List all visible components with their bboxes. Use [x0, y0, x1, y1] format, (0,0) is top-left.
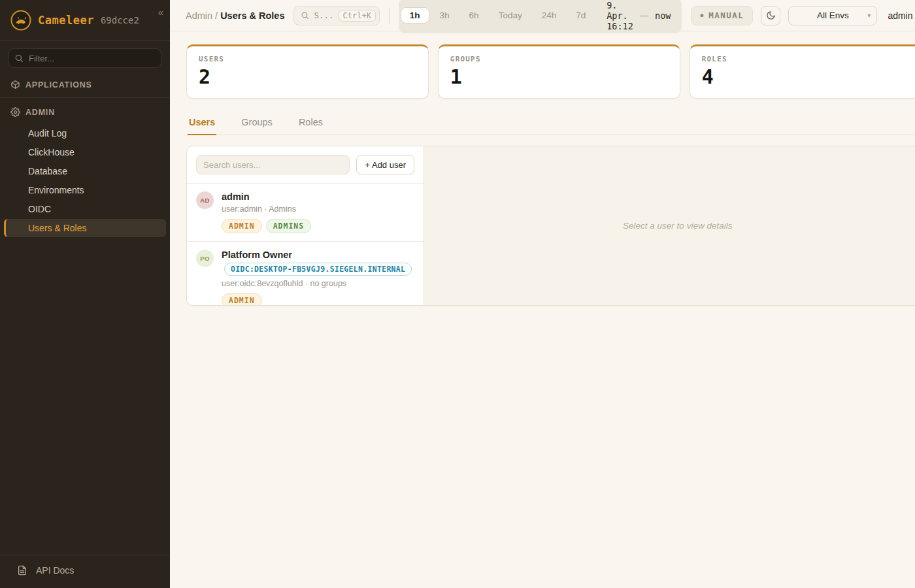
role-badge-admin: ADMIN — [222, 293, 262, 306]
user-detail-pane: Select a user to view details — [424, 146, 915, 305]
topbar-right-group: ● MANUAL All Envs ▾ admin AD — [691, 6, 915, 25]
group-badge-admins: ADMINS — [266, 219, 312, 233]
user-meta: user:oidc:8evzqofluhld · no groups — [222, 279, 412, 288]
avatar: AD — [196, 191, 214, 209]
stat-cards: USERS 2 GROUPS 1 ROLES 4 — [186, 44, 915, 99]
stat-value: 1 — [450, 66, 668, 88]
tab-users[interactable]: Users — [188, 113, 216, 135]
search-icon — [14, 54, 24, 63]
sidebar-item-audit-log[interactable]: Audit Log — [4, 124, 166, 142]
section-label: ADMIN — [25, 108, 55, 117]
environment-select-value: All Envs — [789, 10, 876, 20]
stat-card-roles: ROLES 4 — [690, 44, 915, 99]
stat-card-groups: GROUPS 1 — [438, 44, 680, 99]
stat-card-users: USERS 2 — [186, 44, 429, 99]
sidebar-collapse-icon[interactable]: « — [158, 7, 163, 18]
avatar: PO — [196, 250, 214, 267]
refresh-mode-label: MANUAL — [708, 10, 744, 20]
current-user-name: admin — [888, 10, 912, 21]
api-docs-label: API Docs — [36, 565, 74, 576]
logo-row: Cameleer 69dcce2 « — [0, 0, 170, 41]
main-area: Admin/Users & Roles S... Ctrl+K 1h 3h 6h… — [170, 0, 915, 588]
user-info: admin user:admin · Admins ADMIN ADMINS — [222, 191, 311, 233]
cube-icon — [10, 80, 20, 90]
breadcrumb-parent[interactable]: Admin — [186, 10, 212, 21]
time-range-6h[interactable]: 6h — [460, 7, 488, 24]
sidebar-filter — [8, 48, 161, 68]
tab-roles[interactable]: Roles — [297, 113, 324, 135]
user-list-toolbar: + Add user — [187, 146, 424, 184]
environment-select[interactable]: All Envs ▾ — [788, 6, 877, 25]
time-range-today[interactable]: Today — [490, 7, 531, 24]
search-shortcut-kbd: Ctrl+K — [339, 10, 376, 22]
topbar-divider — [389, 8, 390, 24]
api-docs-link[interactable]: API Docs — [0, 555, 170, 588]
stat-label: USERS — [199, 55, 416, 63]
status-dot-icon: ● — [700, 12, 703, 18]
stat-value: 4 — [702, 66, 915, 88]
add-user-button[interactable]: + Add user — [356, 155, 414, 174]
theme-toggle-button[interactable] — [761, 6, 780, 25]
sidebar-item-oidc[interactable]: OIDC — [4, 200, 166, 218]
role-badge-admin: ADMIN — [222, 219, 262, 233]
content: USERS 2 GROUPS 1 ROLES 4 Users Groups Ro… — [170, 31, 915, 588]
user-name: Platform Owner — [222, 250, 412, 260]
stat-value: 2 — [199, 66, 416, 88]
sidebar-item-users-roles[interactable]: Users & Roles — [4, 219, 166, 237]
oidc-provider-badge: OIDC:DESKTOP-FB5VGJ9.SIEGELN.INTERNAL — [224, 263, 412, 276]
topbar: Admin/Users & Roles S... Ctrl+K 1h 3h 6h… — [170, 0, 915, 31]
sidebar-divider — [0, 97, 170, 98]
refresh-mode-badge[interactable]: ● MANUAL — [691, 6, 753, 25]
search-icon — [301, 11, 309, 20]
sidebar: Cameleer 69dcce2 « APPLICATIONS ADMIN Au… — [0, 0, 170, 588]
sidebar-item-environments[interactable]: Environments — [4, 181, 166, 199]
badge-row: ADMIN — [222, 293, 412, 306]
user-list-item-platform-owner[interactable]: PO Platform Owner OIDC:DESKTOP-FB5VGJ9.S… — [187, 241, 424, 306]
moon-icon — [766, 10, 776, 20]
time-range-7d[interactable]: 7d — [567, 7, 595, 24]
badge-row: ADMIN ADMINS — [222, 219, 311, 233]
breadcrumb: Admin/Users & Roles — [186, 10, 284, 21]
admin-nav: Audit Log ClickHouse Database Environmen… — [0, 124, 170, 237]
chevron-down-icon: ▾ — [867, 12, 871, 19]
time-from[interactable]: 9. Apr. 16:12 — [596, 0, 639, 31]
stat-label: ROLES — [702, 55, 915, 63]
global-search[interactable]: S... Ctrl+K — [293, 6, 379, 25]
global-search-text: S... — [314, 10, 333, 20]
sidebar-section-applications[interactable]: APPLICATIONS — [0, 72, 170, 96]
section-label: APPLICATIONS — [25, 80, 92, 90]
time-range-3h[interactable]: 3h — [431, 7, 459, 24]
breadcrumb-separator: / — [215, 10, 218, 21]
user-list-column: + Add user AD admin user:admin · Admins … — [187, 146, 424, 305]
app-version: 69dcce2 — [101, 15, 139, 25]
users-panel: + Add user AD admin user:admin · Admins … — [186, 146, 915, 306]
detail-placeholder-text: Select a user to view details — [623, 221, 732, 231]
document-icon — [17, 565, 27, 576]
sidebar-filter-input[interactable] — [8, 48, 161, 68]
time-to[interactable]: now — [650, 10, 680, 21]
gear-icon — [10, 107, 20, 117]
sidebar-section-admin[interactable]: ADMIN — [0, 99, 170, 123]
time-range-1h[interactable]: 1h — [401, 7, 429, 24]
time-separator: — — [640, 10, 648, 20]
sidebar-item-database[interactable]: Database — [4, 162, 166, 180]
time-range-control: 1h 3h 6h Today 24h 7d 9. Apr. 16:12 — no… — [399, 0, 682, 33]
stat-label: GROUPS — [450, 55, 668, 63]
time-range-24h[interactable]: 24h — [533, 7, 566, 24]
tab-bar: Users Groups Roles — [186, 113, 915, 135]
sidebar-item-clickhouse[interactable]: ClickHouse — [4, 143, 166, 161]
user-meta: user:admin · Admins — [222, 204, 311, 214]
tab-groups[interactable]: Groups — [240, 113, 274, 135]
user-info: Platform Owner OIDC:DESKTOP-FB5VGJ9.SIEG… — [222, 250, 412, 306]
user-name: admin — [222, 191, 311, 202]
search-users-input[interactable] — [196, 155, 350, 174]
app-name: Cameleer — [38, 14, 94, 27]
breadcrumb-current: Users & Roles — [220, 10, 284, 21]
user-list-item-admin[interactable]: AD admin user:admin · Admins ADMIN ADMIN… — [187, 184, 424, 241]
camel-coin-logo-icon — [10, 10, 31, 31]
